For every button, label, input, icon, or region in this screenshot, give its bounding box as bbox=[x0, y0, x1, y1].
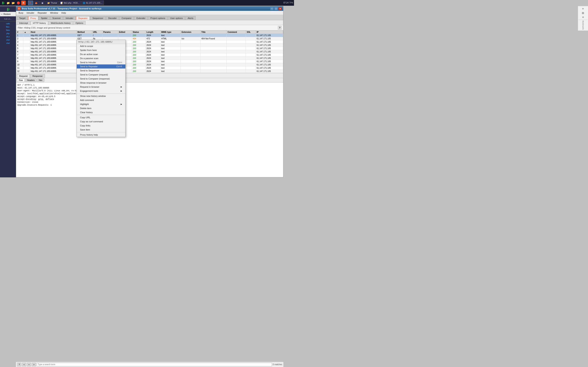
content-tab-raw[interactable]: Raw bbox=[17, 78, 25, 82]
col-comment[interactable]: Comment bbox=[227, 31, 246, 34]
context-menu-show-response[interactable]: Show response in browser bbox=[77, 81, 125, 85]
tab-intruder[interactable]: Intruder bbox=[63, 16, 76, 20]
menu-window[interactable]: Window bbox=[48, 11, 60, 15]
context-menu-send-comparer-req[interactable]: Send to Comparer (request) bbox=[77, 73, 125, 77]
col-ip[interactable]: IP bbox=[256, 31, 283, 34]
content-tab-hex[interactable]: Hex bbox=[37, 78, 44, 82]
tab-scanner[interactable]: Scanner bbox=[50, 16, 63, 20]
table-row[interactable]: 3http://61.147.171.105:60895POST/2002624… bbox=[16, 40, 283, 44]
context-menu-active-scan[interactable]: Do an active scan bbox=[77, 52, 125, 56]
table-row[interactable]: 9http://61.147.171.105:60895POST/2002624… bbox=[16, 60, 283, 63]
table-row[interactable]: 11http://61.147.171.105:60895POST/200262… bbox=[16, 67, 283, 70]
tab-user-options[interactable]: User options bbox=[168, 16, 185, 20]
context-menu-request-browser[interactable]: Request in browser ▶ bbox=[77, 85, 125, 89]
table-row[interactable]: 10http://61.147.171.105:60895POST/200262… bbox=[16, 63, 283, 67]
taskbar-file2-app[interactable]: 📝 file2.php - HOD... bbox=[59, 1, 81, 5]
context-menu-spider[interactable]: Spider from here bbox=[77, 48, 125, 52]
context-menu-send-sequencer[interactable]: Send to Sequencer bbox=[77, 68, 125, 73]
subtab-options[interactable]: Options bbox=[73, 21, 86, 25]
tab-sequencer[interactable]: Sequencer bbox=[90, 16, 105, 20]
sidebar-link-filein[interactable]: filein bbox=[6, 29, 10, 31]
browser-icon[interactable]: 🔴 bbox=[16, 1, 21, 5]
context-menu-copy-links[interactable]: Copy links bbox=[77, 124, 125, 128]
tab-extender[interactable]: Extender bbox=[134, 16, 148, 20]
col-ssl[interactable]: SSL bbox=[246, 31, 256, 34]
tab-response[interactable]: Response bbox=[30, 74, 45, 78]
taskbar-terminal-app[interactable]: ▣ bbox=[40, 1, 45, 5]
context-menu-add-scope[interactable]: Add to scope bbox=[77, 44, 125, 48]
filter-text[interactable]: Filter: Hiding CSS, image and general bi… bbox=[18, 26, 70, 29]
content-tab-headers[interactable]: Headers bbox=[25, 78, 36, 82]
sidebar-link-catls[interactable]: catls bbox=[6, 23, 10, 25]
col-length[interactable]: Length bbox=[146, 31, 160, 34]
menu-burp[interactable]: Burp bbox=[17, 11, 25, 15]
tab-decoder[interactable]: Decoder bbox=[106, 16, 119, 20]
menu-repeater[interactable]: Repeater bbox=[36, 11, 48, 15]
taskbar-chrome-app[interactable]: 🌐 61.147.171.105:... bbox=[81, 1, 104, 5]
context-menu-send-comparer-res[interactable]: Send to Comparer (response) bbox=[77, 77, 125, 81]
burp-small-icon[interactable]: B bbox=[21, 1, 26, 5]
sidebar-link-file2[interactable]: file2. bbox=[6, 26, 10, 28]
minimize-btn[interactable]: − bbox=[270, 7, 274, 10]
tab-comparer[interactable]: Comparer bbox=[119, 16, 134, 20]
col-params[interactable]: Params bbox=[102, 31, 118, 34]
table-row[interactable]: 8http://61.147.171.105:60895POST/2002624… bbox=[16, 57, 283, 60]
history-scroll[interactable]: # ▲ Host Method URL Params Edited Status… bbox=[16, 30, 283, 73]
context-menu-highlight[interactable]: Highlight ▶ bbox=[77, 102, 125, 106]
sidebar-link-php[interactable]: php bbox=[6, 33, 9, 34]
col-num[interactable]: # bbox=[16, 31, 23, 34]
table-row[interactable]: 4http://61.147.171.105:60895POST/2002624… bbox=[16, 44, 283, 47]
context-menu-copy-url[interactable]: Copy URL bbox=[77, 115, 125, 119]
taskbar-burp-app[interactable]: B bbox=[28, 1, 33, 5]
context-menu-help[interactable]: Proxy history help bbox=[77, 133, 125, 137]
restore-label[interactable]: Restore bbox=[3, 13, 11, 15]
tab-alerts[interactable]: Alerts bbox=[185, 16, 196, 20]
context-menu-copy-curl[interactable]: Copy as curl command bbox=[77, 119, 125, 124]
kali-dragon-icon[interactable]: 🐉 bbox=[1, 1, 5, 5]
tab-proxy[interactable]: Proxy bbox=[28, 16, 38, 20]
context-menu-send-intruder[interactable]: Send to Intruder Ctrl+I bbox=[77, 60, 125, 64]
col-method[interactable]: Method bbox=[77, 31, 92, 34]
folder-icon[interactable]: 📂 bbox=[11, 1, 16, 5]
close-btn[interactable]: ✕ bbox=[278, 7, 282, 10]
context-menu-engagement[interactable]: Engagement tools ▶ bbox=[77, 89, 125, 93]
table-row[interactable]: 12http://61.147.171.105:60895POST/200262… bbox=[16, 70, 283, 73]
context-menu-new-history[interactable]: Show new history window bbox=[77, 94, 125, 98]
table-row[interactable]: 7http://61.147.171.105:60895POST/2002624… bbox=[16, 53, 283, 57]
table-row[interactable]: 6http://61.147.171.105:60895POST/2002624… bbox=[16, 50, 283, 53]
table-row[interactable]: 2http://61.147.171.105:60895GET/fa404472… bbox=[16, 37, 283, 40]
tab-spider[interactable]: Spider bbox=[39, 16, 50, 20]
col-extension[interactable]: Extension bbox=[181, 31, 200, 34]
col-status[interactable]: Status bbox=[132, 31, 146, 34]
context-menu-clear[interactable]: Clear history bbox=[77, 110, 125, 114]
table-row[interactable]: 1http://61.147.171.105:60895GET/2002624t… bbox=[16, 34, 283, 37]
tab-repeater[interactable]: Repeater bbox=[76, 16, 90, 20]
tab-request[interactable]: Request bbox=[17, 74, 30, 78]
context-menu-passive-scan[interactable]: Do a passive scan bbox=[77, 56, 125, 60]
col-title[interactable]: Title bbox=[200, 31, 227, 34]
files-icon[interactable]: 📁 bbox=[6, 1, 10, 5]
taskbar-directory-app[interactable]: 🦊 bbox=[34, 1, 40, 5]
maximize-btn[interactable]: □ bbox=[274, 7, 278, 10]
tab-project-options[interactable]: Project options bbox=[148, 16, 167, 20]
col-sort[interactable]: ▲ bbox=[23, 31, 30, 34]
col-edited[interactable]: Edited bbox=[118, 31, 132, 34]
table-row[interactable]: 13http://61.147.171.105:60895POST/200262… bbox=[16, 73, 283, 73]
tab-target[interactable]: Target bbox=[17, 16, 28, 20]
menu-intruder[interactable]: Intruder bbox=[25, 11, 36, 15]
col-host[interactable]: Host bbox=[30, 31, 77, 34]
table-row[interactable]: 5http://61.147.171.105:60895POST/2002624… bbox=[16, 47, 283, 50]
context-menu-send-repeater[interactable]: Send to Repeater Ctrl+R bbox=[77, 64, 125, 68]
sidebar-link-shs[interactable]: sh.s bbox=[6, 36, 10, 38]
context-menu-add-comment[interactable]: Add comment bbox=[77, 98, 125, 102]
kali-icon[interactable]: 🐉 bbox=[6, 8, 10, 11]
sidebar-link-shel2[interactable]: shel bbox=[6, 42, 10, 44]
context-menu-delete[interactable]: Delete item bbox=[77, 106, 125, 110]
subtab-websockets[interactable]: WebSockets history bbox=[49, 21, 73, 25]
col-mime[interactable]: MIME type bbox=[160, 31, 181, 34]
taskbar-thunar-app[interactable]: 📂 Thunar bbox=[46, 1, 59, 5]
subtab-intercept[interactable]: Intercept bbox=[17, 21, 30, 25]
sidebar-link-shel1[interactable]: shel bbox=[6, 39, 10, 41]
context-menu-save[interactable]: Save item bbox=[77, 128, 125, 132]
menu-help[interactable]: Help bbox=[60, 11, 68, 15]
